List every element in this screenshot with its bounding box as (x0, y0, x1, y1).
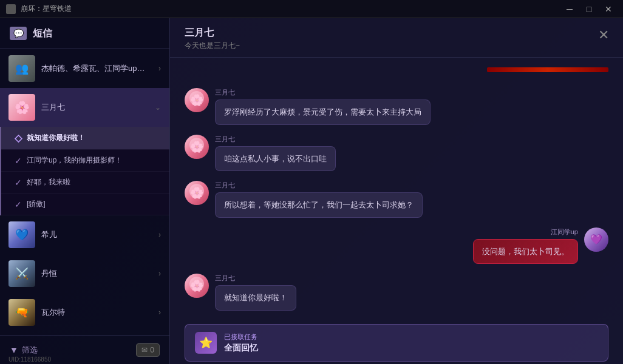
message-sender-3: 三月七 (215, 181, 423, 190)
danheng-name: 丹恒 (41, 268, 152, 279)
reply-option-1-text: 就知道你最好啦！ (27, 133, 85, 143)
march7-name: 三月七 (41, 102, 149, 113)
xier-avatar: 💙 (9, 221, 35, 248)
contact-march7[interactable]: 🌸 三月七 ⌄ (0, 88, 169, 127)
message-sender-5: 三月七 (215, 274, 296, 283)
chat-contact-subtitle: 今天也是三月七~ (185, 41, 593, 51)
group-contact-info: 杰帕德、希露瓦、江同学up的群聊 (41, 63, 152, 74)
contact-xier[interactable]: 💙 希儿 › (0, 215, 169, 254)
contact-danheng[interactable]: ⚔️ 丹恒 › (0, 254, 169, 293)
contact-list[interactable]: 👥 杰帕德、希露瓦、江同学up的群聊 › 🌸 三月七 ⌄ (0, 49, 169, 335)
quest-title: 全面回忆 (224, 343, 258, 354)
reply-option-4-text: [骄傲] (27, 199, 46, 209)
message-bubble-4: 没问题，我们太卜司见。 (473, 239, 578, 265)
message-row-5: 🌸 三月七 就知道你最好啦！ (185, 274, 608, 311)
unread-badge: ✉ 0 (136, 343, 160, 357)
danheng-info: 丹恒 (41, 268, 152, 279)
filter-label: 筛选 (22, 345, 38, 356)
message-bubble-3: 所以想着，等她没那么忙了，我们一起去太卜司求她？ (215, 192, 423, 218)
chat-messages[interactable]: 🌸 三月七 罗浮刚经历了大麻烦，景元受了伤，需要太卜来主持大局 🌸 三月七 咱这… (170, 58, 623, 322)
reply-option-2-text: 江同学up，我的御用摄影师！ (27, 155, 122, 166)
reply-option-3-text: 好耶，我来啦 (27, 177, 70, 187)
unread-count: 0 (150, 346, 154, 354)
title-bar-controls: ─ □ ✕ (561, 3, 617, 15)
message-row-3: 🌸 三月七 所以想着，等她没那么忙了，我们一起去太卜司求她？ (185, 181, 608, 218)
chat-header: 三月七 今天也是三月七~ (170, 18, 623, 58)
minimize-button[interactable]: ─ (561, 3, 578, 15)
app-icon (6, 4, 16, 14)
march7-msg-avatar-5: 🌸 (185, 274, 209, 298)
walt-name: 瓦尔特 (41, 307, 152, 318)
unread-icon: ✉ (141, 346, 148, 354)
march7-msg-avatar-3: 🌸 (185, 181, 209, 205)
quest-card[interactable]: ⭐ 已接取任务 全面回忆 (185, 324, 608, 362)
walt-arrow-icon: › (158, 308, 161, 317)
message-content-4: 江同学up 没问题，我们太卜司见。 (473, 228, 578, 265)
check-icon-2: ✓ (15, 156, 22, 166)
title-bar: 崩坏：星穹铁道 ─ □ ✕ (0, 0, 623, 18)
group-arrow-icon: › (158, 64, 161, 73)
group-avatar: 👥 (9, 55, 35, 82)
march7-info: 三月七 (41, 102, 149, 113)
contact-walt[interactable]: 🔫 瓦尔特 › (0, 293, 169, 332)
walt-avatar: 🔫 (9, 299, 35, 326)
reply-options: ◇ 就知道你最好啦！ ✓ 江同学up，我的御用摄影师！ ✓ 好耶，我来啦 ✓ [… (0, 127, 169, 215)
contact-group-chat[interactable]: 👥 杰帕德、希露瓦、江同学up的群聊 › (0, 49, 169, 88)
window-close-button[interactable]: ✕ (600, 3, 617, 15)
message-row-4: 💜 江同学up 没问题，我们太卜司见。 (185, 228, 608, 265)
decoration-bar (487, 67, 608, 72)
message-content-1: 三月七 罗浮刚经历了大麻烦，景元受了伤，需要太卜来主持大局 (215, 88, 431, 125)
danheng-avatar: ⚔️ (9, 260, 35, 287)
chat-panel: ✕ 三月七 今天也是三月七~ 🌸 三月七 罗浮刚经历了大麻烦，景元受了伤，需要太… (170, 18, 623, 364)
message-sender-2: 三月七 (215, 135, 336, 144)
quest-label: 已接取任务 (224, 332, 258, 342)
message-bubble-5: 就知道你最好啦！ (215, 285, 296, 311)
message-content-5: 三月七 就知道你最好啦！ (215, 274, 296, 311)
xier-arrow-icon: › (158, 231, 161, 239)
reply-option-2[interactable]: ✓ 江同学up，我的御用摄影师！ (1, 150, 169, 172)
march7-arrow-icon: ⌄ (155, 103, 161, 112)
message-row-1: 🌸 三月七 罗浮刚经历了大麻烦，景元受了伤，需要太卜来主持大局 (185, 88, 608, 125)
message-bubble-1: 罗浮刚经历了大麻烦，景元受了伤，需要太卜来主持大局 (215, 99, 431, 125)
app-title: 崩坏：星穹铁道 (21, 4, 72, 14)
main-container: 💬 短信 👥 杰帕德、希露瓦、江同学up的群聊 › 🌸 (0, 18, 623, 364)
panel-header: 💬 短信 (0, 18, 169, 49)
jijiang-msg-avatar: 💜 (584, 228, 608, 252)
maximize-button[interactable]: □ (580, 3, 597, 15)
march7-msg-avatar-2: 🌸 (185, 135, 209, 159)
march7-msg-avatar-1: 🌸 (185, 88, 209, 112)
message-content-3: 三月七 所以想着，等她没那么忙了，我们一起去太卜司求她？ (215, 181, 423, 218)
march7-avatar: 🌸 (9, 94, 35, 121)
title-bar-left: 崩坏：星穹铁道 (6, 4, 72, 14)
diamond-icon: ◇ (15, 132, 22, 144)
panel-title: 短信 (33, 27, 52, 40)
reply-option-1[interactable]: ◇ 就知道你最好啦！ (1, 127, 169, 150)
message-row-2: 🌸 三月七 咱这点私人小事，说不出口哇 (185, 135, 608, 172)
quest-icon: ⭐ (195, 332, 217, 354)
message-bubble-2: 咱这点私人小事，说不出口哇 (215, 146, 336, 172)
chat-close-button[interactable]: ✕ (594, 25, 613, 45)
left-panel: 💬 短信 👥 杰帕德、希露瓦、江同学up的群聊 › 🌸 (0, 18, 170, 364)
filter-button[interactable]: ▼ 筛选 (10, 345, 38, 356)
danheng-arrow-icon: › (158, 269, 161, 278)
message-sender-1: 三月七 (215, 88, 431, 97)
check-icon-3: ✓ (15, 178, 22, 187)
xier-info: 希儿 (41, 229, 152, 240)
check-icon-4: ✓ (15, 200, 22, 209)
walt-info: 瓦尔特 (41, 307, 152, 318)
message-sender-4: 江同学up (473, 228, 578, 237)
message-content-2: 三月七 咱这点私人小事，说不出口哇 (215, 135, 336, 172)
uid-label: UID:118166850 (9, 356, 51, 363)
group-contact-name: 杰帕德、希露瓦、江同学up的群聊 (41, 63, 152, 74)
messages-icon: 💬 (10, 27, 27, 40)
xier-name: 希儿 (41, 229, 152, 240)
filter-icon: ▼ (10, 345, 18, 355)
chat-contact-name: 三月七 (185, 27, 593, 39)
reply-option-3[interactable]: ✓ 好耶，我来啦 (1, 172, 169, 194)
quest-info: 已接取任务 全面回忆 (224, 332, 258, 354)
reply-option-4[interactable]: ✓ [骄傲] (1, 194, 169, 215)
